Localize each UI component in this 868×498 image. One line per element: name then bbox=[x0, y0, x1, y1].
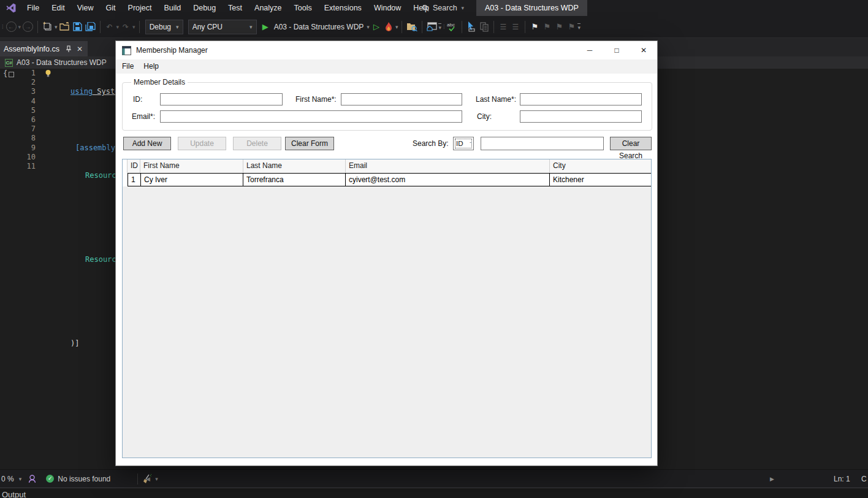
menu-test[interactable]: Test bbox=[222, 0, 248, 16]
navigate-forward-icon[interactable]: → bbox=[23, 21, 33, 32]
menu-view[interactable]: View bbox=[71, 0, 100, 16]
search-input[interactable] bbox=[481, 137, 604, 150]
last-name-field[interactable] bbox=[520, 93, 642, 105]
zoom-level[interactable]: 0 % bbox=[1, 475, 14, 483]
cell-id[interactable]: 1 bbox=[128, 174, 141, 186]
app-title-bar[interactable]: Membership Manager ─ □ ✕ bbox=[116, 41, 657, 59]
tab-assemblyinfo[interactable]: AssemblyInfo.cs ✕ bbox=[0, 41, 88, 56]
update-button[interactable]: Update bbox=[178, 137, 226, 150]
open-file-icon[interactable] bbox=[59, 20, 70, 34]
navigate-back-icon[interactable]: ← bbox=[6, 21, 17, 32]
maximize-button[interactable]: □ bbox=[603, 41, 630, 59]
intellicode-icon[interactable] bbox=[28, 475, 36, 483]
column-header-city[interactable]: City bbox=[550, 159, 652, 173]
close-button[interactable]: ✕ bbox=[630, 41, 657, 59]
menu-build[interactable]: Build bbox=[158, 0, 187, 16]
vs-menu-bar: File Edit View Git Project Build Debug T… bbox=[0, 0, 868, 16]
solution-platform-select[interactable]: Any CPU ▾ bbox=[188, 20, 257, 34]
code-cleanup-dropdown-icon[interactable]: ▾ bbox=[155, 476, 158, 482]
redo-icon[interactable]: ↷ bbox=[121, 20, 131, 34]
menu-debug[interactable]: Debug bbox=[187, 0, 222, 16]
navigate-back-dropdown-icon[interactable]: ▾ bbox=[18, 24, 21, 30]
toggle-bookmark-icon[interactable]: ⚑ bbox=[530, 20, 539, 34]
menu-git[interactable]: Git bbox=[100, 0, 122, 16]
vs-window-title-tab: A03 - Data Structures WDP bbox=[476, 0, 587, 16]
hot-reload-dropdown-icon[interactable]: ▾ bbox=[395, 24, 398, 30]
start-without-debugging-button[interactable]: ▷ bbox=[371, 20, 381, 34]
save-icon[interactable] bbox=[73, 20, 83, 34]
cell-email[interactable]: cyivert@test.com bbox=[346, 174, 550, 186]
increase-indent-icon[interactable]: ☰ bbox=[511, 20, 520, 34]
chevron-down-icon: ˇ bbox=[470, 141, 471, 147]
health-status[interactable]: No issues found bbox=[58, 475, 110, 483]
app-menu-help[interactable]: Help bbox=[139, 59, 164, 74]
tab-title: AssemblyInfo.cs bbox=[4, 45, 59, 53]
menu-tools[interactable]: Tools bbox=[288, 0, 318, 16]
clear-search-button[interactable]: Clear Search bbox=[610, 137, 652, 150]
search-by-select[interactable]: ID ˇ bbox=[453, 137, 474, 150]
copy-parent-icon[interactable] bbox=[479, 20, 489, 34]
menu-window[interactable]: Window bbox=[368, 0, 407, 16]
menu-project[interactable]: Project bbox=[122, 0, 158, 16]
column-header-last-name[interactable]: Last Name bbox=[243, 159, 346, 173]
app-icon bbox=[122, 46, 131, 55]
toolbar-grip-icon[interactable]: ⁞ bbox=[2, 24, 3, 30]
spell-check-icon[interactable]: abc bbox=[447, 20, 457, 34]
undo-dropdown-icon[interactable]: ▾ bbox=[116, 24, 120, 30]
first-name-field[interactable] bbox=[341, 93, 462, 105]
close-tab-icon[interactable]: ✕ bbox=[77, 45, 83, 53]
email-field[interactable] bbox=[160, 110, 462, 123]
new-project-icon[interactable] bbox=[42, 20, 53, 34]
table-row[interactable]: 1 Cy Iver Torrefranca cyivert@test.com K… bbox=[123, 173, 651, 186]
run-target-dropdown-icon[interactable]: ▾ bbox=[367, 24, 370, 30]
solution-configuration-select[interactable]: Debug ▾ bbox=[145, 20, 183, 34]
cell-last-name[interactable]: Torrefranca bbox=[243, 174, 346, 186]
previous-bookmark-icon[interactable]: ⚑ bbox=[542, 20, 552, 34]
menu-extensions[interactable]: Extensions bbox=[318, 0, 368, 16]
start-debugging-button[interactable]: ▶ bbox=[261, 20, 270, 34]
members-grid[interactable]: ID First Name Last Name Email City 1 Cy … bbox=[122, 159, 652, 458]
select-element-icon[interactable] bbox=[466, 20, 477, 34]
column-header-email[interactable]: Email bbox=[346, 159, 550, 173]
undo-icon[interactable]: ↶ bbox=[105, 20, 115, 34]
hot-reload-icon[interactable] bbox=[384, 20, 394, 34]
column-header-first-name[interactable]: First Name bbox=[140, 159, 243, 173]
minimize-button[interactable]: ─ bbox=[576, 41, 603, 59]
code-token: [assembly: bbox=[75, 144, 120, 152]
scroll-left-icon[interactable]: ◀ bbox=[146, 470, 150, 488]
app-menu-file[interactable]: File bbox=[117, 59, 139, 74]
bookmarks-dropdown-icon[interactable]: ▾ bbox=[577, 23, 581, 31]
redo-dropdown-icon[interactable]: ▾ bbox=[132, 24, 135, 30]
menu-analyze[interactable]: Analyze bbox=[248, 0, 287, 16]
grid-corner-cell bbox=[123, 159, 128, 173]
line-indicator[interactable]: Ln: 1 bbox=[834, 470, 850, 488]
id-field[interactable] bbox=[160, 93, 283, 105]
navigate-home-icon[interactable] bbox=[427, 20, 437, 34]
row-header-cell[interactable] bbox=[123, 173, 128, 186]
cell-city[interactable]: Kitchener bbox=[550, 174, 652, 186]
column-header-id[interactable]: ID bbox=[128, 159, 140, 173]
vs-toolbar: ⁞ ← ▾ → ▾ bbox=[0, 16, 868, 38]
decrease-indent-icon[interactable]: ☰ bbox=[498, 20, 508, 34]
column-indicator[interactable]: C bbox=[861, 470, 867, 488]
next-bookmark-icon[interactable]: ⚑ bbox=[554, 20, 564, 34]
clear-bookmarks-icon[interactable]: ⚑ bbox=[566, 20, 576, 34]
menu-edit[interactable]: Edit bbox=[45, 0, 71, 16]
output-panel-title[interactable]: Output bbox=[2, 490, 26, 498]
menu-file[interactable]: File bbox=[21, 0, 45, 16]
navigate-dropdown-icon[interactable]: ▾ bbox=[438, 23, 441, 31]
zoom-dropdown-icon[interactable]: ▾ bbox=[19, 476, 22, 482]
run-target-label[interactable]: A03 - Data Structures WDP bbox=[274, 23, 364, 31]
scroll-right-icon[interactable]: ▶ bbox=[770, 470, 774, 488]
new-project-dropdown-icon[interactable]: ▾ bbox=[55, 24, 58, 30]
toolbar-grip-icon[interactable]: ⁞ bbox=[443, 24, 444, 30]
city-field[interactable] bbox=[520, 110, 642, 123]
save-all-icon[interactable] bbox=[85, 20, 96, 34]
add-new-button[interactable]: Add New bbox=[123, 137, 171, 150]
vs-search[interactable]: Search ▾ bbox=[422, 0, 465, 16]
clear-form-button[interactable]: Clear Form bbox=[285, 137, 334, 150]
cell-first-name[interactable]: Cy Iver bbox=[141, 174, 243, 186]
pin-icon[interactable] bbox=[64, 45, 72, 53]
find-in-files-icon[interactable] bbox=[406, 20, 417, 34]
delete-button[interactable]: Delete bbox=[233, 137, 281, 150]
